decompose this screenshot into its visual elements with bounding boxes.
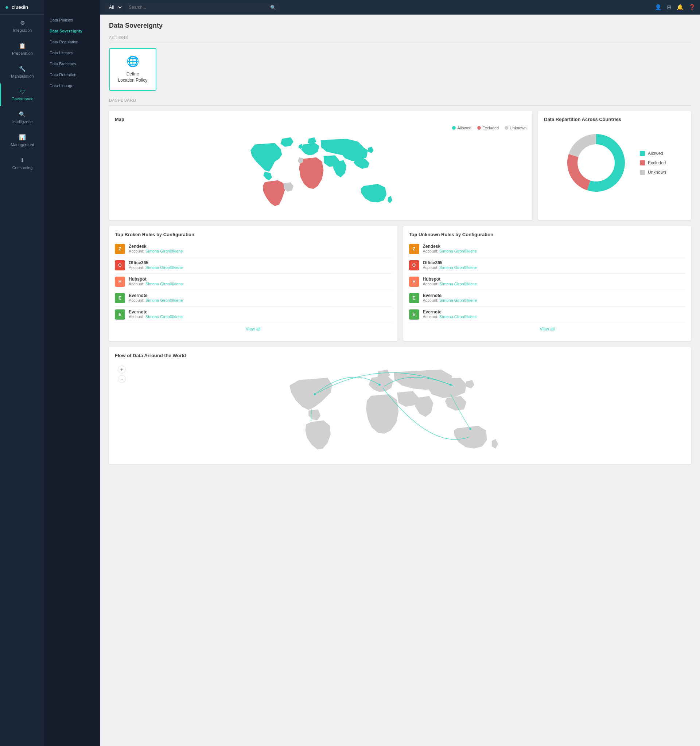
integration-label: Integration xyxy=(13,28,32,32)
governance-label: Governance xyxy=(12,96,33,101)
rule-name: Evernote xyxy=(129,310,183,314)
consuming-icon: ⬇ xyxy=(20,157,25,164)
rule-item: H Hubspot Account: Simona Giron0Ikiene xyxy=(115,274,391,290)
flow-card: Flow of Data Arround the World + − xyxy=(109,347,691,464)
svg-point-7 xyxy=(469,428,471,430)
subnav-item-data-lineage[interactable]: Data Lineage xyxy=(44,80,100,91)
legend-unknown: Unknown xyxy=(504,126,527,130)
rule-item: Z Zendesk Account: Simona Giron0Ikiene xyxy=(115,241,391,257)
map-title: Map xyxy=(115,117,527,122)
rule-icon-box: H xyxy=(115,277,125,287)
intelligence-label: Intelligence xyxy=(12,120,33,124)
dashboard-label: Dashboard xyxy=(109,98,691,106)
preparation-label: Preparation xyxy=(12,51,33,56)
broken-rules-title: Top Broken Rules by Configuration xyxy=(115,232,391,237)
sidebar-item-governance[interactable]: 🛡 Governance xyxy=(0,83,44,106)
filter-select[interactable]: All xyxy=(105,3,123,11)
subnav-item-data-regulation[interactable]: Data Regulation xyxy=(44,36,100,47)
legend-excluded-item: Excluded xyxy=(640,160,666,165)
sidebar-item-preparation[interactable]: 📋 Preparation xyxy=(0,38,44,60)
subnav-item-data-retention[interactable]: Data Retention xyxy=(44,69,100,80)
rule-icon-box: Z xyxy=(409,244,419,254)
rule-info: Evernote Account: Simona Giron0Ikiene xyxy=(129,293,183,302)
actions-section: Actions 🌐 DefineLocation Policy xyxy=(109,35,691,91)
apps-icon[interactable]: ⊞ xyxy=(667,4,671,11)
logo-text: cluedin xyxy=(12,5,29,10)
logo[interactable]: ● cluedin xyxy=(0,0,44,15)
rule-name: Zendesk xyxy=(129,244,183,249)
sidebar-item-manipulation[interactable]: 🔧 Manipulation xyxy=(0,60,44,83)
subnav: Data PoliciesData SovereigntyData Regula… xyxy=(44,15,100,91)
flow-title: Flow of Data Arround the World xyxy=(115,353,685,358)
rule-icon-box: O xyxy=(115,260,125,271)
manipulation-label: Manipulation xyxy=(11,74,33,78)
donut-card: Data Repartition Across Countries xyxy=(538,111,691,220)
map-legend: Allowed Excluded Unknown xyxy=(115,126,527,130)
rule-info: Zendesk Account: Simona Giron0Ikiene xyxy=(129,244,183,253)
rule-account: Account: Simona Giron0Ikiene xyxy=(423,298,477,302)
page-title: Data Sovereignty xyxy=(109,22,691,30)
rule-account: Account: Simona Giron0Ikiene xyxy=(423,314,477,319)
sidebar-item-consuming[interactable]: ⬇ Consuming xyxy=(0,152,44,175)
sidebar-item-intelligence[interactable]: 🔍 Intelligence xyxy=(0,106,44,129)
donut-legend: Allowed Excluded Unknown xyxy=(640,151,666,175)
actions-label: Actions xyxy=(109,35,691,43)
notifications-icon[interactable]: 🔔 xyxy=(677,4,683,11)
preparation-icon: 📋 xyxy=(19,43,26,49)
broken-rules-card: Top Broken Rules by Configuration Z Zend… xyxy=(109,226,397,341)
rule-name: Evernote xyxy=(423,310,477,314)
rule-info: Evernote Account: Simona Giron0Ikiene xyxy=(423,310,477,319)
rule-info: Zendesk Account: Simona Giron0Ikiene xyxy=(423,244,477,253)
rule-account: Account: Simona Giron0Ikiene xyxy=(129,249,183,253)
rule-icon-box: O xyxy=(409,260,419,271)
sidebar-nav: ⚙ Integration 📋 Preparation 🔧 Manipulati… xyxy=(0,15,44,175)
svg-point-6 xyxy=(450,384,452,386)
svg-point-5 xyxy=(379,384,381,386)
zoom-out-btn[interactable]: − xyxy=(118,375,126,383)
management-label: Management xyxy=(11,143,34,147)
rule-name: Evernote xyxy=(129,293,183,298)
rule-info: Hubspot Account: Simona Giron0Ikiene xyxy=(129,277,183,286)
rule-item: O Office365 Account: Simona Giron0Ikiene xyxy=(409,257,686,274)
search-icon: 🔍 xyxy=(270,5,276,10)
subnav-item-data-breaches[interactable]: Data Breaches xyxy=(44,58,100,69)
legend-allowed-item: Allowed xyxy=(640,151,666,156)
globe-icon: 🌐 xyxy=(126,56,139,68)
rule-info: Office365 Account: Simona Giron0Ikiene xyxy=(129,260,183,270)
rule-account: Account: Simona Giron0Ikiene xyxy=(423,282,477,286)
legend-unknown-item: Unknown xyxy=(640,170,666,175)
consuming-label: Consuming xyxy=(12,165,33,170)
content-area: Data Sovereignty Actions 🌐 DefineLocatio… xyxy=(100,15,700,746)
svg-point-3 xyxy=(578,145,614,181)
sidebar-subnav: Data PoliciesData SovereigntyData Regula… xyxy=(44,0,100,746)
help-icon[interactable]: ❓ xyxy=(689,4,695,11)
unknown-rules-view-all[interactable]: View all xyxy=(409,323,686,335)
management-icon: 📊 xyxy=(19,134,26,141)
users-icon[interactable]: 👤 xyxy=(655,4,662,11)
search-input[interactable] xyxy=(129,3,270,12)
rule-info: Evernote Account: Simona Giron0Ikiene xyxy=(423,293,477,302)
zoom-in-btn[interactable]: + xyxy=(118,365,126,373)
unknown-rules-title: Top Unknown Rules by Configuration xyxy=(409,232,686,237)
unknown-rules-card: Top Unknown Rules by Configuration Z Zen… xyxy=(403,226,692,341)
define-location-label: DefineLocation Policy xyxy=(118,71,148,83)
rule-name: Hubspot xyxy=(423,277,477,282)
rule-info: Evernote Account: Simona Giron0Ikiene xyxy=(129,310,183,319)
map-card: Map Allowed Excluded xyxy=(109,111,532,220)
legend-allowed: Allowed xyxy=(452,126,471,130)
donut-title: Data Repartition Across Countries xyxy=(544,117,685,122)
sidebar-item-integration[interactable]: ⚙ Integration xyxy=(0,15,44,38)
rule-account: Account: Simona Giron0Ikiene xyxy=(129,314,183,319)
rule-account: Account: Simona Giron0Ikiene xyxy=(129,265,183,270)
subnav-item-data-literacy[interactable]: Data Literacy xyxy=(44,47,100,58)
broken-rules-view-all[interactable]: View all xyxy=(115,323,391,335)
world-map-svg xyxy=(115,133,527,213)
subnav-item-data-sovereignty[interactable]: Data Sovereignty xyxy=(44,26,100,36)
rule-item: E Evernote Account: Simona Giron0Ikiene xyxy=(115,290,391,307)
rule-account: Account: Simona Giron0Ikiene xyxy=(129,282,183,286)
define-location-card[interactable]: 🌐 DefineLocation Policy xyxy=(109,48,157,91)
rule-name: Evernote xyxy=(423,293,477,298)
rule-name: Hubspot xyxy=(129,277,183,282)
subnav-item-data-policies[interactable]: Data Policies xyxy=(44,15,100,26)
sidebar-item-management[interactable]: 📊 Management xyxy=(0,129,44,152)
